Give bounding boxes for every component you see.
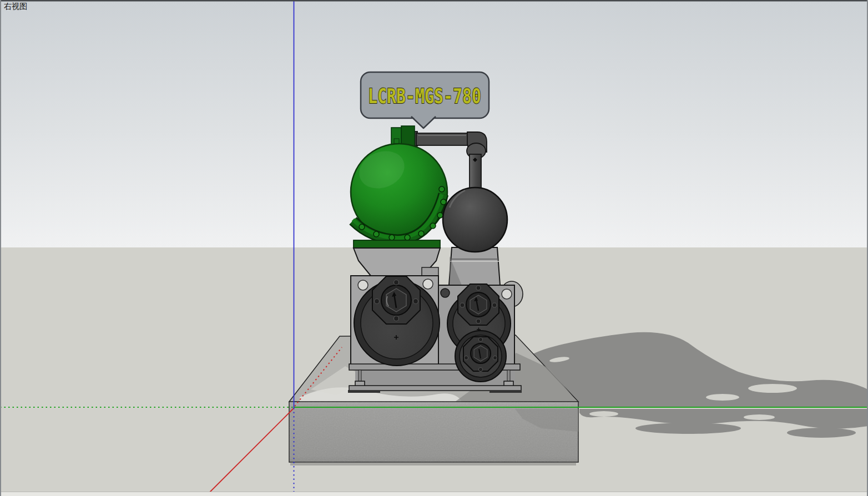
panel-hole: [502, 289, 512, 299]
panel-plug: [441, 289, 450, 297]
sketchup-3d-viewport[interactable]: LCRB-MGS-780 右视图: [0, 0, 868, 496]
panel-hole: [358, 280, 368, 290]
frame-foot: [489, 390, 522, 393]
anchor-bolt: [359, 370, 361, 382]
dark-sphere-muffler[interactable]: [443, 188, 507, 252]
anchor-bolt: [507, 370, 510, 382]
foundation-ground-shadow: [290, 462, 576, 465]
frame-bottom-rail: [349, 386, 521, 391]
lower-drum[interactable]: [455, 331, 506, 382]
hopper-step: [422, 267, 438, 276]
tank-base-plate: [354, 240, 440, 248]
panel-hole: [423, 279, 433, 289]
sphere-pedestal[interactable]: [449, 247, 500, 285]
scene-canvas[interactable]: LCRB-MGS-780: [0, 0, 868, 496]
callout-label: LCRB-MGS-780: [368, 84, 481, 108]
view-name-label: 右视图: [4, 2, 27, 11]
frame-foot: [348, 390, 380, 393]
